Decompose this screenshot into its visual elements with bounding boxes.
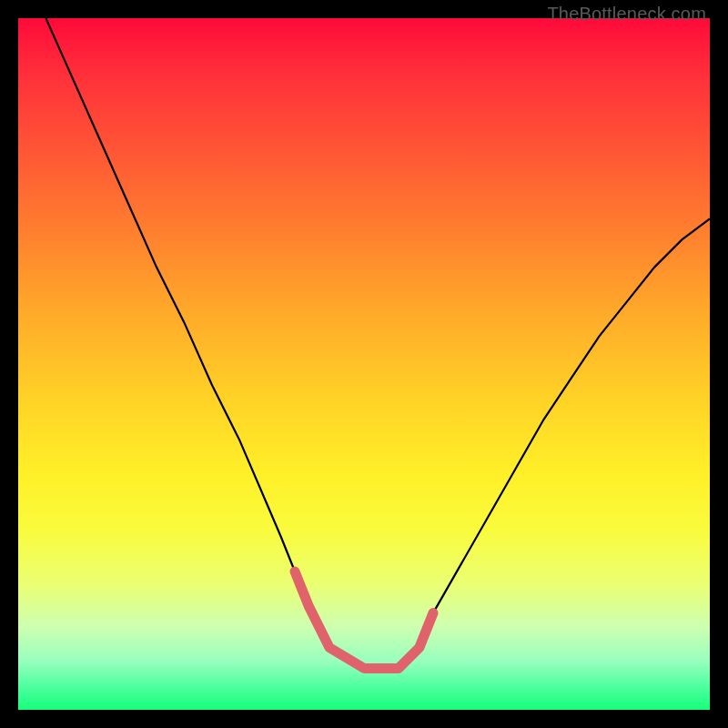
watermark-text: TheBottleneck.com — [547, 4, 706, 25]
highlight-segment — [295, 571, 433, 668]
curve-layer — [18, 18, 710, 710]
bottleneck-curve — [46, 18, 710, 668]
chart-frame: TheBottleneck.com — [0, 0, 728, 728]
plot-area — [18, 18, 710, 710]
